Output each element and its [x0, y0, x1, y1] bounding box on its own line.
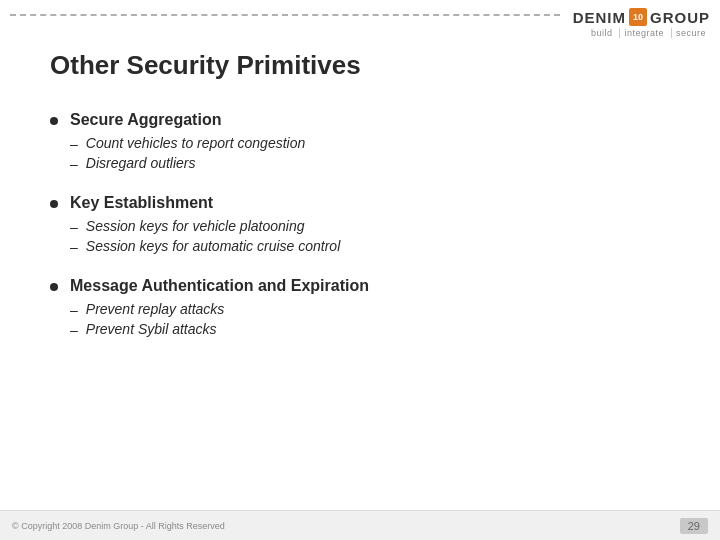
- sub-items-2: – Session keys for vehicle platooning – …: [70, 218, 690, 255]
- sub-items-3: – Prevent replay attacks – Prevent Sybil…: [70, 301, 690, 338]
- bullet-dot-1: [50, 117, 58, 125]
- bullet-dot-2: [50, 200, 58, 208]
- sub-text-2-1: Session keys for vehicle platooning: [86, 218, 305, 234]
- sub-dash-1-2: –: [70, 156, 78, 172]
- sub-items-1: – Count vehicles to report congestion – …: [70, 135, 690, 172]
- sub-text-3-2: Prevent Sybil attacks: [86, 321, 217, 337]
- bullet-item-1: Secure Aggregation: [50, 111, 690, 129]
- sub-dash-1-1: –: [70, 136, 78, 152]
- bullet-item-3: Message Authentication and Expiration: [50, 277, 690, 295]
- sub-dash-3-1: –: [70, 302, 78, 318]
- tagline-integrate: integrate: [619, 28, 668, 38]
- sub-dash-2-1: –: [70, 219, 78, 235]
- bullet-dot-3: [50, 283, 58, 291]
- sub-dash-2-2: –: [70, 239, 78, 255]
- top-border-decoration: [10, 14, 560, 16]
- sub-text-3-1: Prevent replay attacks: [86, 301, 225, 317]
- footer-copyright: © Copyright 2008 Denim Group - All Right…: [12, 521, 225, 531]
- bullet-section-2: Key Establishment – Session keys for veh…: [50, 194, 690, 255]
- sub-text-1-2: Disregard outliers: [86, 155, 196, 171]
- main-content: Other Security Primitives Secure Aggrega…: [50, 50, 690, 500]
- logo-group: GROUP: [650, 9, 710, 26]
- sub-item-1-1: – Count vehicles to report congestion: [70, 135, 690, 152]
- sub-item-2-2: – Session keys for automatic cruise cont…: [70, 238, 690, 255]
- bullet-label-1: Secure Aggregation: [70, 111, 221, 129]
- page-title: Other Security Primitives: [50, 50, 690, 81]
- sub-dash-3-2: –: [70, 322, 78, 338]
- tagline-build: build: [591, 28, 617, 38]
- bullet-label-2: Key Establishment: [70, 194, 213, 212]
- bullet-section-3: Message Authentication and Expiration – …: [50, 277, 690, 338]
- logo: DENIM 10 GROUP: [573, 8, 710, 26]
- bullet-label-3: Message Authentication and Expiration: [70, 277, 369, 295]
- tagline-secure: secure: [671, 28, 710, 38]
- footer: © Copyright 2008 Denim Group - All Right…: [0, 510, 720, 540]
- sub-text-2-2: Session keys for automatic cruise contro…: [86, 238, 340, 254]
- sub-item-1-2: – Disregard outliers: [70, 155, 690, 172]
- logo-area: DENIM 10 GROUP build integrate secure: [573, 8, 710, 38]
- logo-tagline: build integrate secure: [591, 28, 710, 38]
- logo-dot-text: 10: [633, 12, 643, 22]
- logo-denim: DENIM: [573, 9, 626, 26]
- sub-item-3-1: – Prevent replay attacks: [70, 301, 690, 318]
- sub-item-3-2: – Prevent Sybil attacks: [70, 321, 690, 338]
- bullet-section-1: Secure Aggregation – Count vehicles to r…: [50, 111, 690, 172]
- sub-text-1-1: Count vehicles to report congestion: [86, 135, 305, 151]
- footer-page-number: 29: [680, 518, 708, 534]
- logo-dot-box: 10: [629, 8, 647, 26]
- sub-item-2-1: – Session keys for vehicle platooning: [70, 218, 690, 235]
- bullet-item-2: Key Establishment: [50, 194, 690, 212]
